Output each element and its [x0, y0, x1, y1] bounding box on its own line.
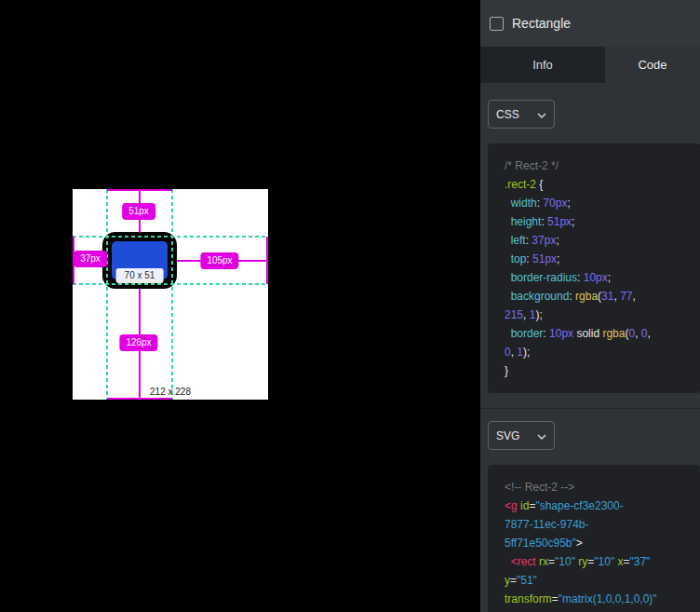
code-line: 5ff71e50c95b"> [505, 534, 694, 552]
code-line: width: 70px; [505, 194, 694, 212]
board-size-label: 212 x 228 [73, 387, 268, 397]
edge-highlight-bottom [107, 398, 172, 400]
artboard[interactable]: 51px 37px 105px 126px 70 x 51 212 x 228 [73, 189, 268, 400]
distance-badge-right: 105px [200, 252, 238, 269]
code-line: } [505, 361, 694, 380]
css-format-select[interactable]: CSS [488, 100, 555, 129]
css-code-block: /* Rect-2 */.rect-2 { width: 70px; heigh… [488, 143, 700, 393]
tab-info[interactable]: Info [480, 47, 605, 83]
canvas-viewport[interactable]: 51px 37px 105px 126px 70 x 51 212 x 228 [0, 0, 480, 612]
bound-guide-bottom [73, 283, 268, 285]
code-line: <!-- Rect-2 --> [505, 478, 694, 496]
app-window: 51px 37px 105px 126px 70 x 51 212 x 228 … [0, 0, 700, 612]
shape-size-tooltip: 70 x 51 [116, 268, 164, 283]
code-line: .rect-2 { [505, 175, 694, 194]
distance-badge-top: 51px [122, 203, 155, 220]
code-line: transform="matrix(1,0,0,1,0,0)" [505, 590, 694, 608]
section-divider [480, 408, 700, 409]
bound-guide-right [171, 189, 173, 400]
edge-highlight-right [266, 237, 268, 284]
rect-shape-icon [490, 17, 504, 31]
bound-guide-left [106, 189, 108, 400]
code-line: border: 10px solid rgba(0, 0, [505, 324, 694, 343]
svg-code-block: <!-- Rect-2 --><g id="shape-cf3e2300-787… [488, 465, 700, 612]
code-line: y="51" [505, 571, 694, 590]
code-line: /* Rect-2 */ [505, 156, 694, 175]
inspect-header: Rectangle [480, 0, 700, 47]
chevron-down-icon [537, 429, 546, 442]
code-line: <rect rx="10" ry="10" x="37" [505, 552, 694, 571]
code-line: <g id="shape-cf3e2300- [505, 496, 694, 515]
css-format-value: CSS [496, 108, 519, 121]
code-line: border-radius: 10px; [505, 268, 694, 287]
code-line: 7877-11ec-974b- [505, 515, 694, 534]
bound-guide-top [73, 236, 268, 238]
code-line: 0, 1); [505, 343, 694, 361]
tab-code[interactable]: Code [605, 47, 700, 83]
inspect-tabs: Info Code [480, 47, 700, 83]
edge-highlight-top [107, 189, 172, 191]
inspect-panel: Rectangle Info Code CSS /* Rect-2 */.rec… [480, 0, 700, 612]
code-line: top: 51px; [505, 250, 694, 268]
code-line: 215, 1); [505, 306, 694, 324]
chevron-down-icon [537, 108, 546, 121]
code-line: width="70" height="51" [505, 608, 694, 612]
distance-badge-left: 37px [74, 251, 107, 267]
code-line: left: 37px; [505, 231, 694, 250]
svg-format-value: SVG [496, 429, 519, 442]
selected-shape-name: Rectangle [512, 16, 571, 31]
distance-badge-bottom: 126px [119, 334, 157, 351]
svg-format-select[interactable]: SVG [488, 421, 555, 450]
code-line: background: rgba(31, 77, [505, 287, 694, 306]
code-line: height: 51px; [505, 212, 694, 231]
